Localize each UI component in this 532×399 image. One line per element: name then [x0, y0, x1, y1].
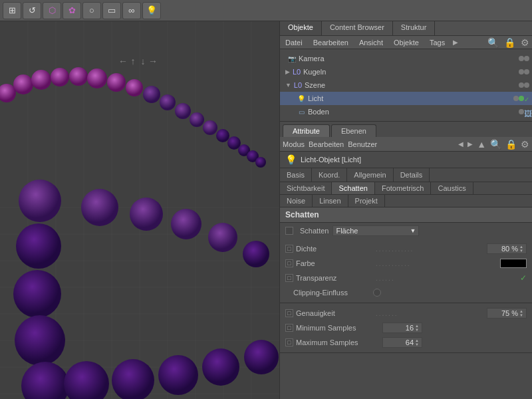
tree-item-licht[interactable]: 💡 Licht ✓	[280, 92, 532, 105]
farbe-dots: ...........	[376, 260, 500, 267]
tab-struktur[interactable]: Struktur	[393, 21, 436, 35]
panel-menubar: Datei Bearbeiten Ansicht Objekte Tags ▶ …	[280, 36, 532, 49]
prop-tabs-row3: Noise Linsen Projekt	[280, 195, 532, 207]
clipping-circle[interactable]	[373, 289, 381, 297]
object-tree: 📷 Kamera ▶ L0 Kugeln ▼ L0 Szene	[280, 49, 532, 122]
tool-rect[interactable]: ▭	[102, 2, 121, 19]
dichte-dots: ............	[376, 245, 487, 253]
svg-point-44	[202, 348, 239, 386]
svg-point-25	[126, 79, 143, 96]
schatten-type-dropdown[interactable]: Fläche ▼	[332, 225, 419, 236]
prop-tab-fotometrisch[interactable]: Fotometrisch	[375, 182, 432, 194]
svg-point-48	[171, 209, 201, 239]
tab-ebenen[interactable]: Ebenen	[331, 124, 376, 137]
farbe-checkbox[interactable]: □	[285, 259, 293, 267]
shadow-props-section1: □ Dichte ............ 80 % ▲ ▼ □ Farbe .…	[280, 239, 532, 303]
tool-light[interactable]: 💡	[142, 2, 161, 19]
max-samples-value[interactable]: 64 ▲ ▼	[382, 337, 422, 348]
menu-objekte[interactable]: Objekte	[391, 39, 422, 47]
boden-dot-2: 🖼	[524, 109, 529, 114]
attr-lock-icon[interactable]: 🔒	[505, 139, 517, 150]
tree-item-kamera[interactable]: 📷 Kamera	[280, 52, 532, 65]
prop-tab-projekt[interactable]: Projekt	[348, 195, 385, 207]
min-samples-value[interactable]: 16 ▲ ▼	[382, 323, 422, 333]
dichte-label: Dichte	[296, 245, 376, 253]
attr-benutzer[interactable]: Benutzer	[348, 140, 377, 148]
dichte-checkbox[interactable]: □	[285, 245, 293, 253]
genauigkeit-down[interactable]: ▼	[519, 313, 523, 317]
prop-tab-caustics[interactable]: Caustics	[431, 182, 473, 194]
tree-item-boden[interactable]: ▭ Boden 🖼	[280, 105, 532, 118]
tab-objekte[interactable]: Objekte	[280, 21, 322, 35]
licht-dot-1	[513, 96, 519, 101]
prop-tab-noise[interactable]: Noise	[280, 195, 313, 207]
genauigkeit-spinner[interactable]: ▲ ▼	[519, 309, 523, 317]
menu-datei[interactable]: Datei	[283, 39, 305, 47]
tool-grid[interactable]: ⊞	[3, 2, 21, 19]
tool-rotate[interactable]: ↺	[23, 2, 41, 19]
dichte-value-text: 80 %	[490, 245, 518, 253]
menu-bearbeiten[interactable]: Bearbeiten	[311, 39, 351, 47]
max-samples-down[interactable]: ▼	[415, 342, 419, 346]
attr-bearbeiten[interactable]: Bearbeiten	[309, 140, 344, 148]
dichte-spinner[interactable]: ▲ ▼	[519, 245, 523, 253]
tool-infinity[interactable]: ∞	[122, 2, 141, 19]
settings-icon[interactable]: ⚙	[521, 37, 529, 48]
nav-right-icon[interactable]: ▶	[467, 140, 473, 148]
attr-search-icon[interactable]: 🔍	[490, 139, 501, 150]
genauigkeit-label: Genauigkeit	[296, 309, 376, 317]
genauigkeit-checkbox[interactable]: □	[285, 309, 293, 317]
tool-poly[interactable]: ⬡	[43, 2, 61, 19]
szene-dot-1	[519, 82, 524, 88]
lock-icon[interactable]: 🔒	[504, 37, 515, 48]
max-samples-spinner[interactable]: ▲ ▼	[415, 338, 419, 346]
kugeln-label: Kugeln	[303, 68, 519, 76]
panel-tab-bar: Objekte Content Browser Struktur	[280, 21, 532, 36]
menu-tags[interactable]: Tags	[427, 39, 448, 47]
dichte-value[interactable]: 80 % ▲ ▼	[487, 243, 527, 254]
attr-modus[interactable]: Modus	[283, 140, 305, 148]
transparenz-checkbox[interactable]: □	[285, 274, 293, 282]
tool-flower[interactable]: ✿	[63, 2, 81, 19]
svg-point-20	[31, 70, 51, 90]
svg-point-38	[13, 270, 61, 318]
tab-content-browser[interactable]: Content Browser	[322, 21, 393, 35]
attr-gear-icon[interactable]: ⚙	[521, 139, 529, 150]
prop-tabs-row1: Basis Koord. Allgemein Details	[280, 168, 532, 182]
farbe-color-swatch[interactable]	[500, 259, 527, 268]
tab-attribute[interactable]: Attribute	[283, 124, 330, 137]
tool-circle[interactable]: ○	[82, 2, 101, 19]
min-samples-checkbox[interactable]: □	[285, 324, 293, 332]
prop-tab-linsen[interactable]: Linsen	[313, 195, 348, 207]
menu-ansicht[interactable]: Ansicht	[356, 39, 386, 47]
tree-item-szene[interactable]: ▼ L0 Szene	[280, 78, 532, 92]
prop-tab-details[interactable]: Details	[394, 168, 430, 182]
schatten-checkbox[interactable]	[285, 227, 293, 235]
prop-tab-koord[interactable]: Koord.	[312, 168, 347, 182]
search-icon[interactable]: 🔍	[487, 37, 499, 48]
svg-point-45	[244, 340, 279, 374]
main-layout: ← ↑ ↓ → Objekte Content Browser Struktur…	[0, 21, 532, 399]
min-samples-label: Minimum Samples	[296, 324, 382, 332]
max-samples-checkbox[interactable]: □	[285, 338, 293, 346]
prop-row-clipping: Clipping-Einfluss	[280, 285, 532, 300]
viewport-canvas: ← ↑ ↓ →	[0, 21, 279, 399]
min-samples-spinner[interactable]: ▲ ▼	[415, 324, 419, 332]
prop-row-max-samples: □ Maximum Samples 64 ▲ ▼	[280, 335, 532, 350]
tree-item-kugeln[interactable]: ▶ L0 Kugeln	[280, 65, 532, 78]
nav-left-icon[interactable]: ◀	[458, 140, 464, 148]
menu-more-arrow[interactable]: ▶	[453, 39, 458, 46]
prop-tab-sichtbarkeit[interactable]: Sichtbarkeit	[280, 182, 332, 194]
prop-tab-basis[interactable]: Basis	[280, 168, 312, 182]
prop-tab-schatten[interactable]: Schatten	[332, 182, 374, 194]
min-samples-down[interactable]: ▼	[415, 328, 419, 332]
dichte-down[interactable]: ▼	[519, 249, 523, 253]
viewport-3d[interactable]: ← ↑ ↓ →	[0, 21, 279, 399]
genauigkeit-value[interactable]: 75 % ▲ ▼	[487, 308, 527, 319]
schatten-label: Schatten	[300, 227, 329, 235]
prop-tab-allgemein[interactable]: Allgemein	[347, 168, 393, 182]
svg-point-24	[107, 73, 126, 92]
attr-up-icon[interactable]: ▲	[477, 139, 486, 150]
prop-row-dichte: □ Dichte ............ 80 % ▲ ▼	[280, 241, 532, 256]
licht-label: Licht	[308, 94, 513, 102]
